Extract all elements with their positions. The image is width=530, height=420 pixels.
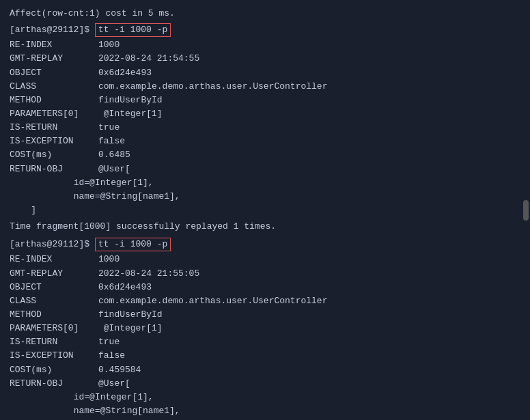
command-2[interactable]: tt -i 1000 -p	[95, 238, 171, 251]
val-isreturn-1: true	[98, 121, 120, 135]
val-cost-2: 0.459584	[98, 363, 141, 377]
row-gmtreplay-2: GMT-REPLAY 2022-08-24 21:55:05	[10, 267, 520, 281]
row-gmtreplay-1: GMT-REPLAY 2022-08-24 21:54:55	[10, 52, 520, 66]
field-name-2: name=@String[name1],	[10, 404, 520, 418]
val-cost-1: 0.6485	[98, 148, 130, 162]
val-object-2: 0x6d24e493	[98, 281, 152, 294]
affect-line-1: Affect(row-cnt:1) cost in 5 ms.	[10, 7, 520, 20]
val-method-1: findUserById	[98, 94, 163, 107]
key-object-1: OBJECT	[10, 66, 98, 80]
row-method-2: METHOD findUserById	[10, 308, 520, 322]
field-id-1: id=@Integer[1],	[10, 176, 520, 190]
val-reindex-2: 1000	[98, 253, 120, 266]
val-method-2: findUserById	[98, 308, 163, 322]
row-cost-2: COST(ms) 0.459584	[10, 363, 520, 377]
val-class-2: com.example.demo.arthas.user.UserControl…	[98, 294, 327, 308]
key-cost-1: COST(ms)	[10, 148, 98, 162]
field-id-2: id=@Integer[1],	[10, 391, 520, 404]
key-isreturn-2: IS-RETURN	[10, 335, 98, 349]
key-isreturn-1: IS-RETURN	[10, 121, 98, 135]
row-params-1: PARAMETERS[0] @Integer[1]	[10, 107, 520, 121]
row-class-2: CLASS com.example.demo.arthas.user.UserC…	[10, 294, 520, 308]
key-object-2: OBJECT	[10, 281, 98, 294]
key-params-2: PARAMETERS[0]	[10, 322, 98, 335]
row-isexception-2: IS-EXCEPTION false	[10, 349, 520, 363]
key-params-1: PARAMETERS[0]	[10, 107, 98, 121]
prompt-line-1: [arthas@29112]$ tt -i 1000 -p	[10, 23, 520, 37]
row-class-1: CLASS com.example.demo.arthas.user.UserC…	[10, 80, 520, 94]
key-cost-2: COST(ms)	[10, 363, 98, 377]
row-isreturn-2: IS-RETURN true	[10, 335, 520, 349]
key-gmtreplay-2: GMT-REPLAY	[10, 267, 98, 281]
command-1[interactable]: tt -i 1000 -p	[95, 23, 171, 37]
key-isexception-2: IS-EXCEPTION	[10, 349, 98, 363]
key-class-1: CLASS	[10, 80, 98, 94]
row-isreturn-1: IS-RETURN true	[10, 121, 520, 135]
val-isexception-1: false	[98, 135, 125, 148]
scrollbar[interactable]	[523, 200, 529, 221]
val-reindex-1: 1000	[98, 38, 120, 52]
val-params-1: @Integer[1]	[98, 107, 163, 121]
key-reindex-2: RE-INDEX	[10, 253, 98, 266]
val-isexception-2: false	[98, 349, 125, 363]
field-name-1: name=@String[name1],	[10, 190, 520, 204]
terminal: Affect(row-cnt:1) cost in 5 ms. [arthas@…	[0, 0, 530, 420]
val-gmtreplay-1: 2022-08-24 21:54:55	[98, 52, 199, 66]
row-params-2: PARAMETERS[0] @Integer[1]	[10, 322, 520, 335]
row-returnobj-2: RETURN-OBJ @User[	[10, 377, 520, 391]
val-object-1: 0x6d24e493	[98, 66, 152, 80]
val-returnobj-2: @User[	[98, 377, 130, 391]
val-params-2: @Integer[1]	[98, 322, 163, 335]
row-returnobj-1: RETURN-OBJ @User[	[10, 163, 520, 176]
prompt-1: [arthas@29112]$	[10, 23, 95, 37]
key-isexception-1: IS-EXCEPTION	[10, 135, 98, 148]
key-returnobj-2: RETURN-OBJ	[10, 377, 98, 391]
key-gmtreplay-1: GMT-REPLAY	[10, 52, 98, 66]
row-object-1: OBJECT 0x6d24e493	[10, 66, 520, 80]
key-returnobj-1: RETURN-OBJ	[10, 163, 98, 176]
row-method-1: METHOD findUserById	[10, 94, 520, 107]
key-reindex-1: RE-INDEX	[10, 38, 98, 52]
return-close-1: ]	[10, 204, 520, 217]
prompt-2: [arthas@29112]$	[10, 238, 95, 251]
val-isreturn-2: true	[98, 335, 120, 349]
val-returnobj-1: @User[	[98, 163, 130, 176]
row-isexception-1: IS-EXCEPTION false	[10, 135, 520, 148]
row-reindex-1: RE-INDEX 1000	[10, 38, 520, 52]
prompt-line-2: [arthas@29112]$ tt -i 1000 -p	[10, 238, 520, 251]
key-method-2: METHOD	[10, 308, 98, 322]
key-class-2: CLASS	[10, 294, 98, 308]
success-1: Time fragment[1000] successfully replaye…	[10, 220, 520, 234]
key-method-1: METHOD	[10, 94, 98, 107]
row-cost-1: COST(ms) 0.6485	[10, 148, 520, 162]
val-class-1: com.example.demo.arthas.user.UserControl…	[98, 80, 327, 94]
val-gmtreplay-2: 2022-08-24 21:55:05	[98, 267, 199, 281]
row-reindex-2: RE-INDEX 1000	[10, 253, 520, 266]
row-object-2: OBJECT 0x6d24e493	[10, 281, 520, 294]
